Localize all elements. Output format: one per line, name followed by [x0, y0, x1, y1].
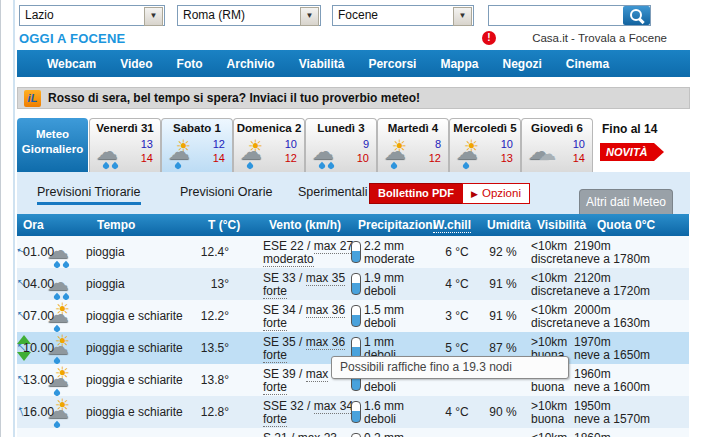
humidity-cell: 92 %: [471, 236, 535, 268]
weather-page: Lazio ▼ Roma (RM) ▼ Focene ▼ OGGI A FOCE…: [0, 0, 710, 437]
day-label: Lunedì 3: [306, 122, 376, 134]
nav-item-cinema[interactable]: Cinema: [566, 57, 609, 71]
temp-min: 10: [285, 138, 297, 150]
nav-item-video[interactable]: Video: [120, 57, 152, 71]
chevron-down-icon[interactable]: ▼: [453, 7, 472, 26]
temp-min: 12: [213, 138, 225, 150]
sun-cloud-rain-icon: ☀☁: [455, 140, 489, 167]
temp-max: 14: [213, 152, 225, 164]
time-cell: 04.00: [23, 268, 54, 300]
wind-cell[interactable]: SE 39 / maxforte: [263, 364, 328, 394]
search-button[interactable]: [623, 6, 650, 25]
proverb-banner[interactable]: iL Rosso di sera, bel tempo si spera? In…: [17, 87, 690, 109]
wind-cell[interactable]: S 21 / max 23: [263, 428, 337, 437]
wind-cell[interactable]: SE 34 / max 36forte: [263, 300, 345, 330]
region-select-value: Lazio: [25, 6, 54, 25]
fino-al-14-label[interactable]: Fino al 14: [602, 122, 657, 136]
col-wchill[interactable]: W.chill: [433, 214, 471, 236]
tab-day-mercoledi[interactable]: Mercoledì 5 ☀☁ 10 13: [449, 118, 521, 172]
weather-desc: pioggia e schiarite: [86, 364, 183, 396]
wind-cell[interactable]: SE 33 / max 35forte: [263, 268, 345, 298]
weather-desc: pioggia: [86, 236, 125, 268]
nav-item-negozi[interactable]: Negozi: [502, 57, 541, 71]
nav-item-foto[interactable]: Foto: [177, 57, 203, 71]
weather-desc: pioggia e schiarite: [86, 300, 183, 332]
nav-item-mappa[interactable]: Mappa: [440, 57, 478, 71]
rain-gauge-icon: [351, 401, 361, 423]
quota-cell: 2120mneve a 1720m: [574, 268, 650, 298]
city-select-value: Focene: [338, 6, 378, 25]
nav-item-archivio[interactable]: Archivio: [227, 57, 275, 71]
region-select[interactable]: Lazio ▼: [19, 5, 165, 26]
chevron-down-icon[interactable]: ▼: [300, 7, 319, 26]
promo-link[interactable]: Casa.it - Trovala a Focene: [532, 31, 667, 46]
visibility-cell: <10kmdiscreta: [531, 236, 573, 266]
wind-cell[interactable]: ESE 22 / max 27moderato: [263, 236, 353, 266]
wind-gust-tooltip: Possibili raffiche fino a 19.3 nodi: [331, 356, 569, 379]
tab-previsioni-triorarie[interactable]: Previsioni Triorarie: [37, 185, 141, 205]
bollettino-pdf-button[interactable]: Bollettino PDF: [369, 183, 463, 204]
tab-day-giovedi[interactable]: Giovedì 6 ☁☁ 10 14: [521, 118, 593, 172]
main-navbar: Webcam Video Foto Archivio Viabilità Per…: [17, 50, 690, 77]
rain-icon: ☁: [311, 140, 345, 167]
search-box: [488, 5, 651, 26]
humidity-cell: 90 %: [471, 396, 535, 428]
tab-day-domenica[interactable]: Domenica 2 ☀☁ 10 12: [233, 118, 305, 172]
quota-cell: 1960mneve a 1600m: [574, 364, 650, 394]
table-row[interactable]: 07.00 ☀☁ pioggia e schiarite 12.2° ↑ SE …: [17, 300, 689, 332]
visibility-cell: >10kmbuona: [531, 396, 567, 426]
nav-item-percorsi[interactable]: Percorsi: [368, 57, 416, 71]
rain-gauge-icon: [351, 273, 361, 295]
nav-item-viabilita[interactable]: Viabilità: [299, 57, 345, 71]
rain-gauge-icon: [351, 241, 361, 263]
temp-max: 12: [429, 152, 441, 164]
col-tempo: Tempo: [97, 214, 135, 236]
nav-item-webcam[interactable]: Webcam: [47, 57, 96, 71]
temp-max: 14: [141, 152, 153, 164]
tab-previsioni-orarie[interactable]: Previsioni Orarie: [180, 185, 272, 199]
proverb-text: Rosso di sera, bel tempo si spera? Invia…: [48, 88, 420, 109]
day-label: Martedì 4: [378, 122, 448, 134]
time-cell: 10.00: [23, 332, 54, 364]
temp-min: 8: [435, 138, 441, 150]
tab-sperimentali[interactable]: Sperimentali: [298, 185, 367, 199]
opzioni-button[interactable]: ▶Opzioni: [462, 183, 530, 204]
wind-cell[interactable]: SSE 32 / max 34forte: [263, 396, 353, 426]
temp-max: 12: [285, 152, 297, 164]
col-quota: Quota 0°C: [597, 214, 655, 236]
tab-day-sabato-selected[interactable]: Sabato 1 ☀☁ 12 14: [161, 118, 233, 172]
day-label: Mercoledì 5: [450, 122, 520, 134]
temperature: [173, 428, 229, 437]
day-label: Domenica 2: [234, 122, 304, 134]
weather-desc: pioggia e schiarite: [86, 396, 183, 428]
tab-day-lunedi[interactable]: Lunedì 3 ☁ 9 10: [305, 118, 377, 172]
table-row[interactable]: 01.00 ☁ pioggia 12.4° ↑ ESE 22 / max 27m…: [17, 236, 689, 268]
precip-cell: 1.6 mmdeboli: [364, 396, 404, 426]
visibility-cell: <10kmdiscreta: [531, 300, 573, 330]
col-vento: Vento (km/h): [269, 214, 341, 236]
temperature: 12.2°: [173, 300, 229, 332]
tab-meteo-giornaliero[interactable]: Meteo Giornaliero: [17, 118, 88, 172]
col-temperatura: T (°C): [208, 214, 240, 236]
sun-cloud-rain-icon: ☀☁: [167, 140, 201, 167]
novita-badge[interactable]: NOVITÀ: [600, 143, 654, 161]
city-select[interactable]: Focene ▼: [332, 5, 474, 26]
search-input[interactable]: [489, 6, 629, 25]
tab-day-martedi[interactable]: Martedì 4 ☀☁ 8 12: [377, 118, 449, 172]
tab-day-venerdi[interactable]: Venerdì 31 ☁ 13 14: [89, 118, 161, 172]
chevron-down-icon[interactable]: ▼: [144, 7, 163, 26]
visibility-cell: <10km: [531, 428, 567, 437]
day-label: Giovedì 6: [522, 122, 592, 134]
quota-cell: 1860m: [574, 428, 611, 437]
visibility-cell: <10kmdiscreta: [531, 268, 573, 298]
temp-max: 10: [357, 152, 369, 164]
province-select[interactable]: Roma (RM) ▼: [177, 5, 321, 26]
table-row[interactable]: 16.00 ☀☁ pioggia e schiarite 12.8° ↑ SSE…: [17, 396, 689, 428]
ilmeteo-logo-icon: iL: [24, 90, 41, 107]
table-row[interactable]: 19.00 ☁☁ ↑ S 21 / max 23 0.2 mm <10km 18…: [17, 428, 689, 437]
altri-dati-meteo-tab[interactable]: Altri dati Meteo: [579, 189, 673, 214]
time-cell: 16.00: [23, 396, 54, 428]
province-select-value: Roma (RM): [183, 6, 245, 25]
table-row[interactable]: 04.00 ☁ pioggia 13° ↑ SE 33 / max 35fort…: [17, 268, 689, 300]
temperature: 13.5°: [173, 332, 229, 364]
